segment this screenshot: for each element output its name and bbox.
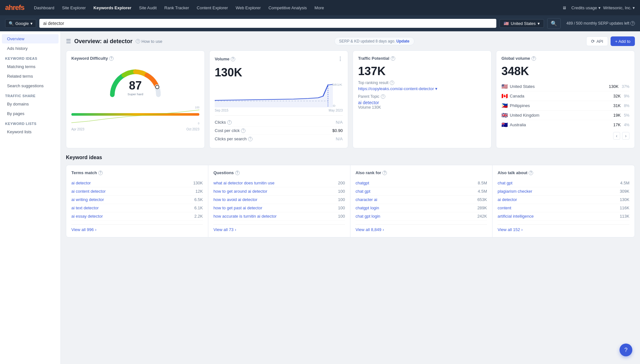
idea-vol: 116K xyxy=(620,205,629,210)
view-all-link[interactable]: View all 996 › xyxy=(71,224,203,232)
search-button[interactable]: 🔍 xyxy=(547,18,561,29)
top-result-link[interactable]: https://copyleaks.com/ai-content-detecto… xyxy=(358,86,486,91)
idea-link[interactable]: content xyxy=(498,205,511,210)
ideas-col-help-icon[interactable]: ? xyxy=(98,171,103,175)
country-name: United States xyxy=(510,84,535,89)
country-selector[interactable]: 🇺🇸 United States ▾ xyxy=(500,19,544,28)
nav-dashboard[interactable]: Dashboard xyxy=(31,4,58,12)
view-all-link[interactable]: View all 73 › xyxy=(213,224,345,232)
idea-link[interactable]: ai writing detector xyxy=(71,197,104,202)
search-engine-selector[interactable]: 🔍 Google ▾ xyxy=(5,19,36,28)
country-pct: 8% xyxy=(624,104,629,108)
gv-next-btn[interactable]: › xyxy=(622,132,629,140)
cpc-help-icon[interactable]: ? xyxy=(241,128,245,133)
volume-menu[interactable]: ⋮ xyxy=(338,56,343,62)
sidebar-item-keyword-lists[interactable]: Keyword lists xyxy=(2,127,59,136)
serp-help-icon[interactable]: ? xyxy=(630,21,635,26)
sidebar-item-ads-history[interactable]: Ads history xyxy=(2,44,59,53)
chevron-right-icon: › xyxy=(383,227,384,232)
gauge-svg: 87 Super hard xyxy=(107,66,164,98)
monitor-icon[interactable]: 🖥 xyxy=(560,4,569,12)
nav-content-explorer[interactable]: Content Explorer xyxy=(194,4,231,12)
idea-link[interactable]: ai detector xyxy=(71,181,91,185)
volume-help-icon[interactable]: ? xyxy=(231,57,235,61)
idea-vol: 113K xyxy=(620,214,629,219)
api-button[interactable]: ⟳ API xyxy=(586,36,608,46)
sidebar-item-related-terms[interactable]: Related terms xyxy=(2,72,59,81)
gv-help-icon[interactable]: ? xyxy=(532,56,536,61)
sidebar-item-matching-terms[interactable]: Matching terms xyxy=(2,62,59,71)
page-title: Overview: ai detector xyxy=(74,38,132,45)
user-menu[interactable]: Writesonic, Inc. ▾ xyxy=(603,5,635,10)
kd-chart-svg: 100 0 xyxy=(71,104,199,126)
cpc-label: Cost per click xyxy=(215,128,240,133)
svg-point-0 xyxy=(156,85,159,89)
gv-prev-btn[interactable]: ‹ xyxy=(613,132,620,140)
idea-link[interactable]: chat gpt login xyxy=(356,214,380,219)
parent-topic-vol: Volume 130K xyxy=(358,105,486,110)
nav-site-audit[interactable]: Site Audit xyxy=(136,4,160,12)
idea-link[interactable]: how to get around ai detector xyxy=(213,189,267,194)
idea-link[interactable]: ai content detector xyxy=(71,189,106,194)
clicks-help-icon[interactable]: ? xyxy=(227,120,232,125)
credits-usage-btn[interactable]: Credits usage ▾ xyxy=(572,5,601,10)
idea-row: ai essay detector 2.2K xyxy=(71,212,203,221)
idea-row: ai text detector 6.1K xyxy=(71,204,203,212)
ideas-col-help-icon[interactable]: ? xyxy=(235,171,240,175)
idea-link[interactable]: plagiarism checker xyxy=(498,189,532,194)
cps-help-icon[interactable]: ? xyxy=(248,137,252,141)
idea-link[interactable]: chatgpt login xyxy=(356,205,379,210)
logo[interactable]: ahrefs xyxy=(5,4,24,12)
nav-more[interactable]: More xyxy=(311,4,327,12)
search-bar: 🔍 Google ▾ 🇺🇸 United States ▾ 🔍 489 / 50… xyxy=(0,15,640,31)
idea-link[interactable]: how to avoid ai detector xyxy=(213,197,257,202)
idea-link[interactable]: chat gpt xyxy=(356,189,370,194)
nav-web-explorer[interactable]: Web Explorer xyxy=(232,4,264,12)
sidebar-item-by-domains[interactable]: By domains xyxy=(2,99,59,109)
parent-topic-label: Parent Topic ? xyxy=(358,94,486,99)
idea-link[interactable]: how accurate is turnitin ai detector xyxy=(213,214,276,219)
top-result-help-icon[interactable]: ? xyxy=(390,81,394,85)
nav-competitive-analysis[interactable]: Competitive Analysis xyxy=(265,4,310,12)
view-all-link[interactable]: View all 152 › xyxy=(498,224,629,232)
parent-topic-link[interactable]: ai detector xyxy=(358,100,486,105)
volume-chart-labels: Sep 2015 May 2023 xyxy=(215,109,343,112)
country-name: Canada xyxy=(510,94,524,98)
idea-link[interactable]: ai essay detector xyxy=(71,214,103,219)
idea-link[interactable]: how to get past ai detector xyxy=(213,205,262,210)
update-link[interactable]: Update xyxy=(396,39,410,43)
idea-link[interactable]: chat gpt xyxy=(498,181,512,185)
idea-link[interactable]: character ai xyxy=(356,197,377,202)
keyword-difficulty-card: Keyword Difficulty ? xyxy=(66,50,205,148)
country-info: 🇬🇧 United Kingdom xyxy=(501,112,540,118)
idea-link[interactable]: what ai detector does turnitin use xyxy=(213,181,275,185)
nav-keywords-explorer[interactable]: Keywords Explorer xyxy=(90,4,135,12)
idea-vol: 100 xyxy=(338,189,345,194)
idea-link[interactable]: artificial intelligence xyxy=(498,214,534,219)
help-fab[interactable]: ? xyxy=(620,344,632,356)
sidebar-toggle[interactable]: ☰ xyxy=(66,38,71,45)
how-to-use-link[interactable]: ? How to use xyxy=(136,39,162,44)
idea-row: how to get past ai detector 100 xyxy=(213,204,345,212)
ideas-col-help-icon[interactable]: ? xyxy=(382,171,387,175)
tp-help-icon[interactable]: ? xyxy=(391,56,395,61)
sidebar-item-overview[interactable]: Overview xyxy=(2,34,59,43)
ideas-col-header: Terms match ? xyxy=(71,170,203,175)
nav-rank-tracker[interactable]: Rank Tracker xyxy=(161,4,192,12)
view-all-link[interactable]: View all 8,849 › xyxy=(356,224,487,232)
idea-link[interactable]: ai detector xyxy=(498,197,517,202)
nav-site-explorer[interactable]: Site Explorer xyxy=(59,4,89,12)
idea-link[interactable]: chatgpt xyxy=(356,181,369,185)
sidebar-item-search-suggestions[interactable]: Search suggestions xyxy=(2,81,59,90)
parent-topic-help-icon[interactable]: ? xyxy=(381,94,385,99)
keyword-search-input[interactable] xyxy=(39,19,496,28)
idea-link[interactable]: ai text detector xyxy=(71,205,99,210)
idea-vol: 242K xyxy=(477,214,487,219)
top-result-label: Top ranking result ? xyxy=(358,81,486,85)
add-to-button[interactable]: + Add to xyxy=(611,36,635,46)
kd-help-icon[interactable]: ? xyxy=(109,56,114,61)
country-name: Australia xyxy=(510,122,526,127)
ideas-col-help-icon[interactable]: ? xyxy=(529,171,533,175)
idea-vol: 289K xyxy=(477,205,487,210)
sidebar-item-by-pages[interactable]: By pages xyxy=(2,109,59,118)
